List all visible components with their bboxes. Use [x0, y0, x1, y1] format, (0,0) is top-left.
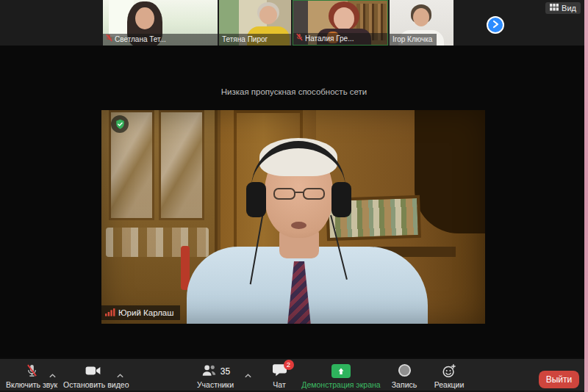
audio-options-chevron[interactable]: [49, 369, 57, 382]
speaker-video-frame: [101, 110, 485, 324]
next-participants-page-button[interactable]: [487, 16, 504, 34]
reactions-button[interactable]: Реакции: [426, 363, 472, 389]
video-options-chevron[interactable]: [116, 369, 124, 382]
view-button[interactable]: Вид: [545, 2, 581, 14]
participants-button[interactable]: 35 Участники: [186, 363, 245, 389]
stop-video-button[interactable]: Остановить видео: [63, 363, 122, 389]
chat-button[interactable]: 2 Чат: [259, 363, 300, 389]
chat-unread-badge: 2: [284, 360, 294, 370]
muted-mic-icon: [296, 33, 303, 45]
participants-options-chevron[interactable]: [244, 369, 252, 382]
gallery-grid-icon: [550, 4, 559, 12]
chevron-right-icon: [492, 18, 499, 32]
participant-name-label: Наталия Гре...: [293, 33, 387, 45]
network-warning-text: Низкая пропускная способность сети: [0, 87, 588, 96]
video-thumbnail-svetlana[interactable]: Светлана Тет...: [103, 0, 218, 46]
stop-video-label: Остановить видео: [63, 380, 122, 389]
share-screen-label: Демонстрация экрана: [300, 380, 382, 389]
participant-name: Ігор Ключка: [392, 34, 432, 46]
participant-name-label: Ігор Ключка: [390, 34, 437, 46]
active-speaker-video: Юрий Карлаш: [101, 110, 485, 324]
participant-name: Наталия Гре...: [305, 33, 354, 45]
participant-name: Тетяна Пирог: [222, 34, 268, 46]
speaker-name: Юрий Карлаш: [118, 308, 174, 317]
participants-icon: [201, 363, 218, 379]
right-edge-strip: [584, 0, 588, 392]
network-signal-icon: [105, 308, 115, 318]
participants-count: 35: [220, 366, 230, 377]
chat-label: Чат: [259, 380, 300, 389]
leave-meeting-button[interactable]: Выйти: [539, 371, 579, 388]
video-thumbnail-nataliya[interactable]: Наталия Гре...: [293, 0, 388, 46]
participant-name: Светлана Тет...: [115, 34, 166, 46]
record-label: Запись: [384, 380, 425, 389]
muted-mic-icon: [106, 34, 112, 46]
share-screen-icon: [331, 364, 351, 378]
reactions-label: Реакции: [426, 380, 472, 389]
encryption-shield-icon: [111, 115, 129, 133]
chat-bubble-icon: 2: [272, 363, 287, 379]
participants-strip: Светлана Тет... Тетяна Пирог Наталия Гре…: [0, 0, 588, 46]
record-button[interactable]: Запись: [384, 363, 425, 389]
video-thumbnail-tetyana[interactable]: Тетяна Пирог: [219, 0, 291, 46]
smiley-plus-icon: [442, 363, 456, 380]
video-thumbnail-igor[interactable]: Ігор Ключка: [390, 0, 453, 46]
muted-mic-icon: [25, 363, 39, 380]
share-screen-button[interactable]: Демонстрация экрана: [300, 363, 382, 389]
view-button-label: Вид: [562, 4, 576, 12]
participants-label: Участники: [186, 380, 245, 389]
camera-icon: [85, 364, 101, 379]
main-stage: Низкая пропускная способность сети: [0, 46, 588, 357]
participant-name-label: Светлана Тет...: [103, 34, 218, 46]
meeting-toolbar: Включить звук Остановить видео 35 Участн…: [0, 357, 588, 392]
speaker-name-label: Юрий Карлаш: [101, 305, 180, 320]
record-circle-icon: [398, 363, 412, 379]
participant-name-label: Тетяна Пирог: [219, 34, 291, 46]
